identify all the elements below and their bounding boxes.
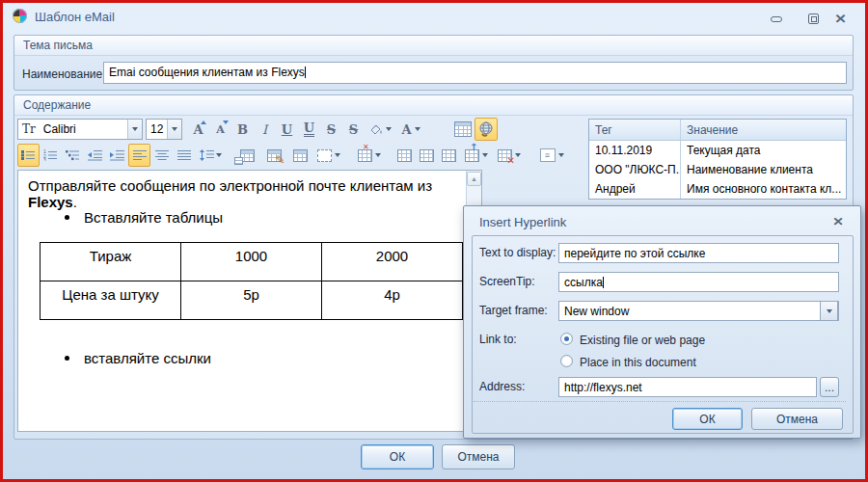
dialog-cancel-button[interactable]: Отмена (751, 408, 843, 430)
table-grid-icon (397, 149, 412, 162)
borders-button[interactable] (312, 144, 345, 167)
indent-icon (110, 149, 124, 161)
highlight-color-button[interactable] (365, 118, 395, 141)
align-justify-icon (177, 149, 191, 161)
tag-row[interactable]: 10.11.2019 Текущая дата (589, 141, 846, 160)
chevron-down-icon (375, 153, 381, 157)
align-justify-button[interactable] (173, 144, 195, 167)
insert-hyperlink-button[interactable] (475, 118, 498, 141)
name-label: Наименование: (22, 67, 106, 81)
double-strikethrough-button[interactable]: S (342, 118, 365, 141)
align-left-icon (133, 149, 147, 161)
insert-table-button[interactable] (451, 118, 475, 141)
font-preview-icon: Tr (18, 122, 40, 136)
svg-text:3: 3 (43, 157, 46, 161)
maximize-button[interactable] (801, 11, 825, 27)
table-icon (454, 121, 472, 137)
align-center-button[interactable] (150, 144, 173, 167)
cancel-button[interactable]: Отмена (442, 444, 515, 469)
split-table-button[interactable] (416, 144, 438, 167)
split-cells-button[interactable] (393, 144, 416, 167)
arrow-up-icon: ▲ (471, 175, 477, 182)
radio-existing-file[interactable] (560, 333, 573, 345)
table-styles-button[interactable] (260, 144, 287, 167)
radio-existing-file-label[interactable]: Existing file or web page (580, 334, 705, 347)
shrink-font-button[interactable]: A (209, 118, 231, 141)
underline-button[interactable]: U (276, 118, 298, 141)
multilevel-list-button[interactable] (62, 144, 84, 167)
tag-column-header[interactable]: Тег (589, 120, 681, 140)
outdent-icon (88, 149, 102, 161)
italic-button[interactable]: I (254, 118, 276, 141)
table-pencil-icon (267, 149, 282, 162)
editor-bullet-item: вставляйте ссылки (65, 350, 211, 366)
align-left-button[interactable] (128, 144, 150, 167)
target-frame-label: Target frame: (479, 304, 558, 317)
table-grid-icon (420, 149, 434, 162)
table-properties-button[interactable] (233, 144, 260, 167)
table-row: Тираж 1000 2000 (41, 243, 463, 281)
cell-alignment-button[interactable]: ≡ (533, 144, 570, 167)
font-name-value: Calibri (40, 122, 127, 136)
bold-button[interactable]: B (231, 118, 254, 141)
autofit-button[interactable] (438, 144, 460, 167)
browse-button[interactable]: ... (820, 377, 839, 397)
editor-paragraph: Отправляйте сообщения по электронной поч… (28, 177, 481, 210)
close-icon: ✕ (832, 216, 844, 228)
scroll-up-button[interactable]: ▲ (467, 172, 481, 186)
insert-rows-button[interactable] (460, 144, 493, 167)
chevron-down-icon (515, 153, 521, 157)
radio-place-in-document[interactable] (560, 355, 573, 367)
rich-text-editor[interactable]: Отправляйте сообщения по электронной поч… (17, 170, 482, 432)
titlebar: Шаблон eMail ✕ (3, 3, 865, 32)
app-icon (13, 9, 27, 23)
text-caret (305, 67, 306, 78)
tag-row[interactable]: Андрей Имя основного контакта кл... (589, 179, 846, 199)
text-to-display-input[interactable]: перейдите по этой ссылке (558, 243, 839, 263)
globe-hyperlink-icon (477, 121, 495, 138)
font-color-button[interactable]: A (395, 118, 426, 141)
merge-cells-icon (358, 149, 372, 162)
text-to-display-label: Text to display: (479, 246, 558, 259)
chevron-down-icon[interactable] (820, 301, 838, 321)
chevron-down-icon (482, 153, 488, 157)
dialog-close-button[interactable]: ✕ (829, 214, 847, 229)
tag-row[interactable]: ООО "ЛЮКС-П... Наименование клиента (589, 160, 846, 179)
dialog-ok-button[interactable]: ОК (672, 408, 743, 430)
new-table-button[interactable] (287, 144, 312, 167)
dialog-title: Insert Hyperlink (479, 215, 566, 229)
value-column-header[interactable]: Значение (681, 120, 846, 140)
insert-row-icon (465, 149, 479, 162)
numbered-list-button[interactable]: 123 (40, 144, 62, 167)
paint-bucket-icon (368, 122, 383, 136)
grow-font-button[interactable]: A (187, 118, 209, 141)
subject-group: Тема письма Наименование: Emai сообщения… (14, 35, 854, 91)
double-underline-button[interactable]: U (298, 118, 320, 141)
font-size-combo[interactable]: 12 (146, 119, 182, 140)
subject-name-input[interactable]: Emai сообщения клиентам из Flexys (103, 62, 847, 84)
address-input[interactable]: http://flexys.net (558, 377, 817, 397)
font-size-value: 12 (147, 122, 167, 136)
align-center-icon (155, 149, 169, 161)
bullet-list-button[interactable] (17, 144, 40, 167)
close-button[interactable]: ✕ (828, 11, 852, 27)
line-spacing-button[interactable] (195, 144, 226, 167)
decrease-indent-button[interactable] (84, 144, 106, 167)
table-icon (293, 149, 308, 162)
strikethrough-button[interactable]: S (320, 118, 342, 141)
delete-table-icon (498, 149, 512, 162)
link-to-label: Link to: (479, 333, 558, 346)
merge-cells-button[interactable] (353, 144, 386, 167)
delete-cells-button[interactable] (493, 144, 526, 167)
screentip-input[interactable]: ссылка (558, 272, 839, 292)
tag-table-header: Тег Значение (589, 120, 846, 141)
font-name-combo[interactable]: Tr Calibri (17, 119, 143, 140)
minimize-button[interactable] (765, 11, 788, 27)
chevron-down-icon[interactable] (167, 120, 181, 139)
target-frame-combo[interactable]: New window (558, 301, 839, 321)
subject-name-value: Emai сообщения клиентам из Flexys (109, 66, 305, 79)
increase-indent-button[interactable] (106, 144, 128, 167)
ok-button[interactable]: ОК (361, 444, 434, 469)
radio-place-in-document-label[interactable]: Place in this document (580, 356, 696, 369)
chevron-down-icon[interactable] (127, 120, 142, 139)
